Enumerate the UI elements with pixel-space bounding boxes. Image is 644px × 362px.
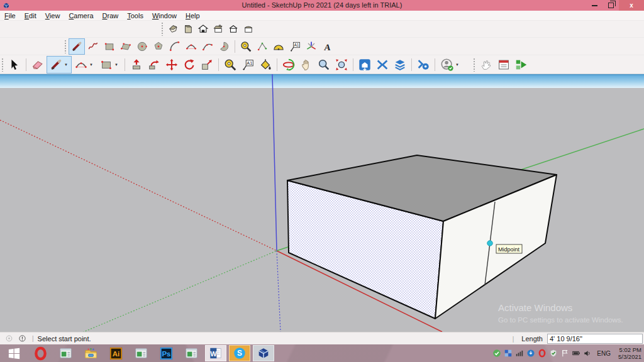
sync-ok-icon[interactable]	[492, 349, 501, 358]
polygon-tool-icon	[152, 40, 165, 53]
eraser-tool-button[interactable]	[29, 56, 47, 74]
arcs-tool-button[interactable]: ▼	[72, 56, 97, 74]
downloader-icon[interactable]	[526, 349, 535, 358]
rect-tool-icon	[99, 58, 113, 72]
toolbar-grip[interactable]	[473, 58, 475, 72]
follow-me-tool-button[interactable]	[145, 56, 163, 74]
antivirus-icon[interactable]	[549, 349, 558, 358]
taskbar-photo-viewer[interactable]	[53, 344, 78, 362]
menu-camera[interactable]: Camera	[64, 12, 97, 19]
menu-tools[interactable]: Tools	[123, 12, 148, 19]
view-back-button[interactable]	[226, 22, 241, 36]
network-signal-icon[interactable]	[515, 349, 524, 358]
geolocation-icon[interactable]	[5, 334, 13, 343]
dropdown-caret-icon[interactable]: ▼	[113, 63, 119, 67]
menu-edit[interactable]: Edit	[20, 12, 41, 19]
axes-tool-button[interactable]	[303, 38, 319, 55]
text-tool-button[interactable]: A1	[287, 38, 303, 55]
menu-window[interactable]: Window	[148, 12, 181, 19]
protractor-tool-button[interactable]	[270, 38, 287, 55]
line-tool-button[interactable]	[69, 38, 85, 55]
axes-tool-icon	[305, 40, 318, 53]
taskbar-file-explorer[interactable]	[78, 344, 103, 362]
text-tool-button[interactable]: A1	[239, 56, 257, 74]
view-top-button[interactable]	[180, 22, 196, 36]
3d-text-tool-button[interactable]: A	[319, 38, 336, 55]
default-tray-button[interactable]	[495, 56, 513, 74]
view-front-button[interactable]	[196, 22, 211, 36]
view-iso-button[interactable]	[165, 22, 180, 36]
orbit-tool-button[interactable]	[280, 56, 297, 74]
zoom-tool-button[interactable]	[315, 56, 333, 74]
toolbar-grip[interactable]	[1, 58, 4, 72]
arc-tool-button[interactable]	[167, 38, 183, 55]
system-tray: ENG 5:02 PM 5/3/2021	[492, 344, 641, 362]
modeling-viewport[interactable]: Activate WindowsGo to PC settings to act…	[0, 74, 644, 332]
toolbar-grip[interactable]	[161, 22, 164, 36]
taskbar-word[interactable]: W	[205, 345, 226, 361]
taskbar-photo-viewer-3[interactable]	[179, 344, 204, 362]
opera-tray-icon[interactable]	[538, 349, 547, 358]
paint-bucket-tool-button[interactable]	[257, 56, 274, 74]
tape-measure-tool-button[interactable]	[221, 56, 239, 74]
shapes-tool-button[interactable]: ▼	[97, 56, 122, 74]
defender-icon[interactable]	[504, 349, 513, 358]
tape-measure-tool-button[interactable]	[238, 38, 254, 55]
rectangle-tool-button[interactable]	[101, 38, 118, 55]
scale-icon	[200, 58, 214, 72]
close-button[interactable]: x	[619, 0, 644, 11]
battery-icon[interactable]	[572, 349, 580, 358]
three-point-arc-tool-button[interactable]	[199, 38, 216, 55]
push-pull-tool-button[interactable]	[128, 56, 145, 74]
polygon-tool-button[interactable]	[150, 38, 167, 55]
two-point-arc-tool-button[interactable]	[183, 38, 199, 55]
move-tool-button[interactable]	[163, 56, 180, 74]
dropdown-caret-icon[interactable]: ▼	[88, 63, 94, 67]
taskbar-skype[interactable]: S	[229, 345, 250, 361]
view-right-button[interactable]	[211, 22, 226, 36]
view-left-button[interactable]	[241, 22, 256, 36]
taskbar-clock[interactable]: 5:02 PM 5/3/2021	[618, 346, 641, 360]
restore-button[interactable]	[602, 0, 619, 11]
line-tool-button[interactable]: ▼	[47, 56, 72, 74]
volume-icon[interactable]	[583, 349, 592, 358]
menu-draw[interactable]: Draw	[98, 12, 123, 19]
select-none-button[interactable]	[477, 56, 495, 74]
extension-manager-button[interactable]	[414, 56, 432, 74]
account-button[interactable]: ▼	[438, 56, 463, 74]
action-center-icon[interactable]	[560, 349, 569, 358]
rotated-rectangle-tool-button[interactable]	[118, 38, 134, 55]
language-indicator[interactable]: ENG	[597, 350, 611, 357]
menu-file[interactable]: File	[0, 12, 20, 19]
dropdown-caret-icon[interactable]: ▼	[454, 63, 460, 67]
select-tool-button[interactable]	[6, 56, 23, 74]
taskbar-sketchup[interactable]	[253, 345, 274, 361]
taskbar-photoshop[interactable]: Ps	[153, 344, 179, 362]
minimize-button[interactable]	[586, 0, 602, 11]
circle-tool-button[interactable]	[134, 38, 150, 55]
menu-view[interactable]: View	[41, 12, 65, 19]
taskbar-opera[interactable]	[28, 344, 53, 362]
menu-help[interactable]: Help	[181, 12, 204, 19]
measurements-input[interactable]	[547, 334, 643, 344]
credits-icon[interactable]	[18, 334, 26, 343]
zoom-extents-tool-button[interactable]	[333, 56, 350, 74]
components-button[interactable]	[391, 56, 409, 74]
pie-tool-button[interactable]	[216, 38, 232, 55]
taskbar-illustrator[interactable]: Ai	[103, 344, 128, 362]
scene-canvas[interactable]: Activate WindowsGo to PC settings to act…	[0, 74, 644, 332]
taskbar-photo-viewer-2[interactable]	[128, 344, 153, 362]
dropdown-caret-icon[interactable]: ▼	[63, 63, 69, 67]
scale-tool-button[interactable]	[198, 56, 216, 74]
send-to-layout-button[interactable]	[513, 56, 530, 74]
freehand-tool-button[interactable]	[85, 38, 101, 55]
house-right-icon	[213, 23, 224, 35]
pan-tool-button[interactable]	[297, 56, 315, 74]
rotate-tool-button[interactable]	[180, 56, 198, 74]
three-point-arc-icon	[201, 40, 214, 53]
dimension-tool-button[interactable]	[254, 38, 270, 55]
taskbar-start[interactable]	[0, 344, 28, 362]
toolbar-grip[interactable]	[64, 40, 67, 53]
3d-warehouse-button[interactable]	[356, 56, 374, 74]
extension-warehouse-button[interactable]	[374, 56, 391, 74]
